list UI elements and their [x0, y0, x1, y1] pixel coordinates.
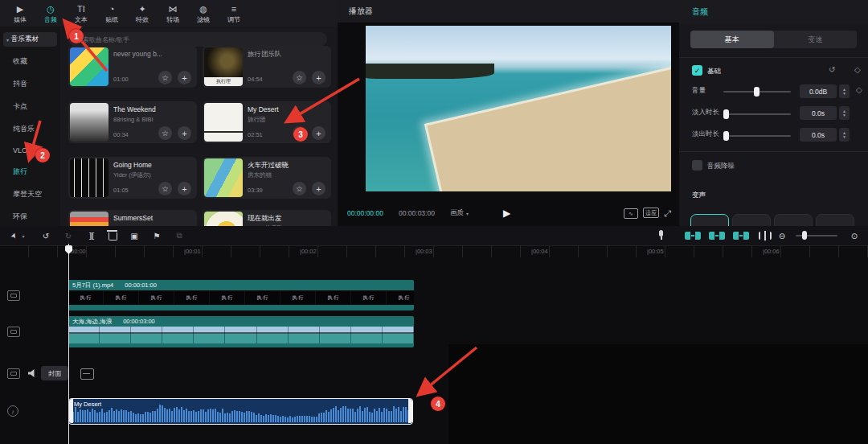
toolbar-item-audio[interactable]: ◷音频	[35, 3, 66, 24]
preview-axis-toggle-icon[interactable]	[733, 232, 749, 240]
fade-in-stepper[interactable]: ▲▼	[839, 106, 850, 120]
favorite-star-icon[interactable]: ☆	[293, 71, 306, 84]
audio-track-icon[interactable]: ♪	[7, 405, 18, 417]
song-card[interactable]: 火车开过破晓房东的猫03:39☆+	[203, 157, 331, 199]
favorite-star-icon[interactable]: ☆	[158, 71, 172, 84]
toolbar-item-media[interactable]: ▶媒体	[5, 3, 35, 24]
chevron-down-icon[interactable]: ▾	[20, 226, 27, 245]
trim-handle-right[interactable]	[408, 399, 412, 423]
toolbar-item-sticker[interactable]: ◔贴纸	[96, 3, 127, 24]
denoise-checkbox[interactable]: ✓	[692, 160, 702, 171]
favorite-star-icon[interactable]: ☆	[293, 126, 306, 140]
add-to-track-icon[interactable]: +	[178, 182, 191, 195]
fade-in-slider[interactable]	[723, 113, 791, 115]
split-icon[interactable]: ][	[85, 226, 98, 245]
volume-slider-handle[interactable]	[754, 87, 760, 97]
favorite-star-icon[interactable]: ☆	[158, 126, 172, 140]
video-preview[interactable]	[366, 26, 671, 191]
keyframe-icon[interactable]: ◇	[856, 85, 862, 94]
volume-stepper[interactable]: ▲▼	[839, 84, 850, 98]
sidebar-item-纯音乐[interactable]: 纯音乐	[0, 117, 60, 140]
sidebar-item-VLOG[interactable]: VLOG	[0, 140, 60, 160]
fade-out-value[interactable]: 0.0s	[800, 128, 837, 142]
sidebar-item-卡点[interactable]: 卡点	[0, 95, 60, 117]
add-to-track-icon[interactable]: +	[312, 71, 326, 84]
song-card[interactable]: The Weekend88rising & BIBI00:34☆+	[68, 101, 197, 143]
delete-icon[interactable]	[108, 232, 117, 240]
voice-option-button[interactable]	[732, 214, 771, 226]
song-card[interactable]: My Desert旅行团02:51☆+	[203, 101, 331, 143]
search-input[interactable]: 搜索歌曲名称/歌手	[68, 32, 327, 47]
flag-icon[interactable]: ⚑	[151, 226, 162, 245]
song-card[interactable]: SummersSetAnne Seid Luber☆+	[68, 210, 197, 226]
redo-icon[interactable]: ↻	[63, 226, 74, 245]
fullscreen-icon[interactable]: ⤢	[664, 204, 671, 223]
fade-out-slider[interactable]	[723, 135, 791, 137]
voice-option-button[interactable]	[774, 214, 813, 226]
toolbar-item-adjust[interactable]: ≡调节	[219, 3, 249, 24]
freeze-frame-icon[interactable]: ▣	[129, 226, 140, 245]
magnet-toggle-icon[interactable]	[685, 232, 701, 240]
sidebar-item-旅行[interactable]: 旅行	[0, 160, 60, 183]
fit-button[interactable]: 适应	[643, 208, 659, 218]
cover-button[interactable]: 封面	[41, 366, 68, 380]
text-clip[interactable]: 5月7日 (1).mp4 00:00:01:00 执·行执·行执·行执·行执·行…	[68, 280, 414, 310]
play-button[interactable]: ▶	[503, 204, 510, 223]
song-card[interactable]: 执行理旅行团乐队04:54☆+	[203, 46, 331, 88]
sidebar-item-抖音[interactable]: 抖音	[0, 72, 60, 95]
track-header-icon[interactable]	[7, 290, 20, 301]
fade-out-stepper[interactable]: ▲▼	[839, 128, 850, 142]
favorite-star-icon[interactable]: ☆	[158, 182, 172, 195]
track-header-icon[interactable]	[7, 368, 20, 379]
video-clip[interactable]: 大海,海边,海浪 00:00:03:00	[68, 316, 414, 347]
playhead[interactable]	[68, 244, 69, 444]
fade-in-slider-handle[interactable]	[723, 109, 729, 119]
add-to-track-icon[interactable]: +	[178, 71, 191, 84]
toolbar-item-filter[interactable]: ◍滤镜	[188, 3, 219, 24]
track-header-icon[interactable]	[7, 327, 20, 337]
link-toggle-icon[interactable]	[709, 232, 725, 240]
add-to-track-icon[interactable]: +	[178, 126, 191, 140]
toolbar-item-effects[interactable]: ✦特效	[127, 3, 158, 24]
fade-in-value[interactable]: 0.0s	[800, 106, 837, 120]
auto-ripple-icon[interactable]	[759, 232, 772, 240]
timeline-zoom-handle[interactable]	[802, 231, 807, 240]
keyframe-icon[interactable]: ◇	[854, 65, 861, 74]
zoom-out-icon[interactable]: ⊖	[776, 226, 788, 245]
toolbar-item-transition[interactable]: ⋈转场	[158, 3, 188, 24]
song-card[interactable]: Going HomeYider (伊德尔)01:05☆+	[68, 157, 197, 199]
undo-icon[interactable]: ↺	[40, 226, 51, 245]
volume-slider[interactable]	[723, 91, 791, 92]
audio-clip[interactable]: My Desert	[68, 398, 413, 425]
add-to-track-icon[interactable]: +	[312, 126, 326, 140]
film-frame: 执·行	[210, 290, 245, 305]
sidebar-item-摩登天空[interactable]: 摩登天空	[0, 183, 60, 205]
sidebar-header[interactable]: ▾ 音乐素材	[3, 32, 57, 47]
scope-icon[interactable]: ∿	[624, 208, 638, 219]
main-track-placeholder-icon[interactable]	[80, 368, 94, 380]
ruler[interactable]: 00:00|00:01|00:02|00:03|00:04|00:05|00:0…	[0, 245, 868, 257]
waveform-bar	[147, 412, 149, 423]
volume-value[interactable]: 0.0dB	[800, 84, 837, 98]
fade-out-slider-handle[interactable]	[723, 131, 729, 141]
reset-icon[interactable]: ↺	[829, 65, 835, 74]
song-card[interactable]: never young b...01:00☆+	[68, 46, 197, 88]
add-to-track-icon[interactable]: +	[312, 182, 326, 195]
waveform-bar	[289, 416, 291, 422]
trim-handle-left[interactable]	[69, 399, 73, 423]
tab-basic[interactable]: 基本	[690, 31, 774, 48]
voice-option-button[interactable]	[816, 214, 854, 226]
basic-checkbox[interactable]: ✓	[692, 65, 702, 76]
favorite-star-icon[interactable]: ☆	[293, 182, 306, 195]
record-mic-icon[interactable]	[658, 230, 664, 241]
toolbar-item-text[interactable]: TI文本	[66, 3, 96, 24]
sidebar-item-环保[interactable]: 环保	[0, 205, 60, 228]
tab-speed[interactable]: 变速	[774, 31, 858, 48]
mirror-icon[interactable]: ⧉	[174, 226, 185, 245]
song-card[interactable]: 现在就出发Emma的乐队☆+	[203, 210, 331, 226]
mute-speaker-icon[interactable]	[28, 369, 36, 377]
sidebar-item-收藏[interactable]: 收藏	[0, 50, 60, 72]
voice-option-button[interactable]	[690, 214, 729, 226]
quality-dropdown[interactable]: 画质 ▾	[450, 204, 469, 223]
zoom-fit-icon[interactable]: ⊙	[849, 226, 860, 245]
